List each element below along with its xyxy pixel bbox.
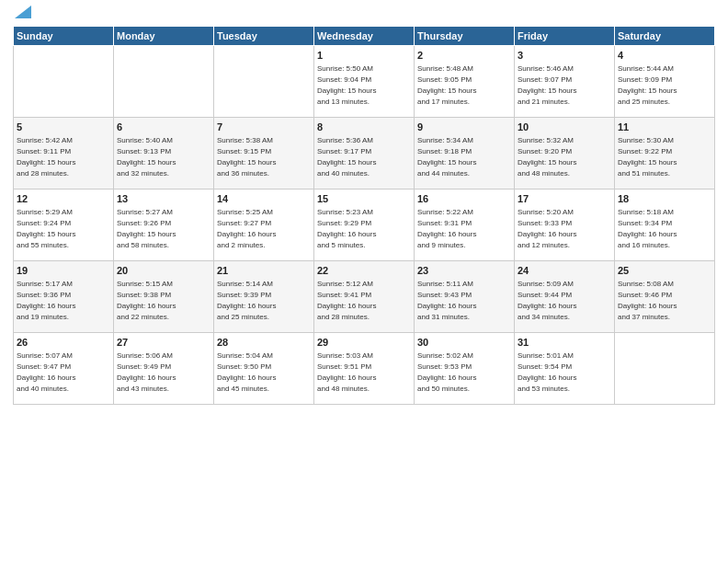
day-number: 21 (217, 264, 311, 278)
week-row-4: 19Sunrise: 5:17 AM Sunset: 9:36 PM Dayli… (14, 261, 715, 333)
day-cell (214, 46, 314, 118)
week-row-1: 1Sunrise: 5:50 AM Sunset: 9:04 PM Daylig… (14, 46, 715, 118)
day-info: Sunrise: 5:18 AM Sunset: 9:34 PM Dayligh… (618, 208, 677, 248)
day-number: 15 (317, 192, 411, 206)
day-number: 27 (117, 336, 210, 350)
day-info: Sunrise: 5:20 AM Sunset: 9:33 PM Dayligh… (518, 208, 576, 248)
day-number: 1 (317, 49, 411, 63)
day-number: 10 (518, 121, 611, 134)
day-cell: 2Sunrise: 5:48 AM Sunset: 9:05 PM Daylig… (415, 46, 515, 118)
day-cell: 27Sunrise: 5:06 AM Sunset: 9:49 PM Dayli… (114, 333, 214, 405)
day-cell (114, 46, 214, 118)
week-row-2: 5Sunrise: 5:42 AM Sunset: 9:11 PM Daylig… (14, 118, 715, 190)
day-info: Sunrise: 5:14 AM Sunset: 9:39 PM Dayligh… (217, 280, 276, 320)
header-day-tuesday: Tuesday (214, 27, 314, 46)
day-info: Sunrise: 5:27 AM Sunset: 9:26 PM Dayligh… (117, 208, 176, 248)
day-cell: 30Sunrise: 5:02 AM Sunset: 9:53 PM Dayli… (415, 333, 515, 405)
day-cell: 10Sunrise: 5:32 AM Sunset: 9:20 PM Dayli… (515, 118, 615, 190)
day-number: 8 (317, 121, 411, 134)
header (13, 9, 715, 22)
day-info: Sunrise: 5:29 AM Sunset: 9:24 PM Dayligh… (17, 208, 75, 248)
calendar-page: SundayMondayTuesdayWednesdayThursdayFrid… (0, 0, 728, 563)
day-cell: 25Sunrise: 5:08 AM Sunset: 9:46 PM Dayli… (615, 261, 715, 333)
week-row-5: 26Sunrise: 5:07 AM Sunset: 9:47 PM Dayli… (14, 333, 715, 405)
day-number: 19 (17, 264, 110, 278)
day-info: Sunrise: 5:01 AM Sunset: 9:54 PM Dayligh… (518, 351, 576, 392)
day-cell: 29Sunrise: 5:03 AM Sunset: 9:51 PM Dayli… (314, 333, 415, 405)
day-info: Sunrise: 5:06 AM Sunset: 9:49 PM Dayligh… (117, 351, 176, 392)
day-number: 5 (17, 121, 110, 134)
day-number: 9 (417, 121, 511, 134)
day-number: 29 (317, 336, 411, 350)
day-info: Sunrise: 5:22 AM Sunset: 9:31 PM Dayligh… (417, 208, 476, 248)
day-cell: 20Sunrise: 5:15 AM Sunset: 9:38 PM Dayli… (114, 261, 214, 333)
day-cell: 7Sunrise: 5:38 AM Sunset: 9:15 PM Daylig… (214, 118, 314, 190)
header-row: SundayMondayTuesdayWednesdayThursdayFrid… (14, 27, 715, 46)
day-number: 18 (618, 192, 711, 206)
week-row-3: 12Sunrise: 5:29 AM Sunset: 9:24 PM Dayli… (14, 190, 715, 261)
day-cell: 5Sunrise: 5:42 AM Sunset: 9:11 PM Daylig… (14, 118, 114, 190)
day-number: 24 (518, 264, 611, 278)
day-cell: 3Sunrise: 5:46 AM Sunset: 9:07 PM Daylig… (515, 46, 615, 118)
day-info: Sunrise: 5:07 AM Sunset: 9:47 PM Dayligh… (17, 351, 75, 392)
day-cell: 23Sunrise: 5:11 AM Sunset: 9:43 PM Dayli… (415, 261, 515, 333)
day-cell: 13Sunrise: 5:27 AM Sunset: 9:26 PM Dayli… (114, 190, 214, 261)
day-cell (615, 333, 715, 405)
day-info: Sunrise: 5:15 AM Sunset: 9:38 PM Dayligh… (117, 280, 176, 320)
day-info: Sunrise: 5:04 AM Sunset: 9:50 PM Dayligh… (217, 351, 276, 392)
day-info: Sunrise: 5:38 AM Sunset: 9:15 PM Dayligh… (217, 136, 276, 177)
header-day-thursday: Thursday (415, 27, 515, 46)
day-number: 25 (618, 264, 711, 278)
day-cell: 15Sunrise: 5:23 AM Sunset: 9:29 PM Dayli… (314, 190, 415, 261)
header-day-wednesday: Wednesday (314, 27, 415, 46)
day-cell: 31Sunrise: 5:01 AM Sunset: 9:54 PM Dayli… (515, 333, 615, 405)
day-info: Sunrise: 5:44 AM Sunset: 9:09 PM Dayligh… (618, 64, 677, 105)
day-number: 16 (417, 192, 511, 206)
day-info: Sunrise: 5:12 AM Sunset: 9:41 PM Dayligh… (317, 280, 376, 320)
day-number: 4 (618, 49, 711, 63)
day-info: Sunrise: 5:46 AM Sunset: 9:07 PM Dayligh… (518, 64, 576, 105)
day-info: Sunrise: 5:17 AM Sunset: 9:36 PM Dayligh… (17, 280, 75, 320)
day-info: Sunrise: 5:48 AM Sunset: 9:05 PM Dayligh… (417, 64, 476, 105)
day-number: 14 (217, 192, 311, 206)
day-info: Sunrise: 5:30 AM Sunset: 9:22 PM Dayligh… (618, 136, 677, 177)
day-cell: 12Sunrise: 5:29 AM Sunset: 9:24 PM Dayli… (14, 190, 114, 261)
header-day-friday: Friday (515, 27, 615, 46)
day-number: 28 (217, 336, 311, 350)
day-cell: 28Sunrise: 5:04 AM Sunset: 9:50 PM Dayli… (214, 333, 314, 405)
day-info: Sunrise: 5:36 AM Sunset: 9:17 PM Dayligh… (317, 136, 376, 177)
day-cell: 14Sunrise: 5:25 AM Sunset: 9:27 PM Dayli… (214, 190, 314, 261)
day-cell (14, 46, 114, 118)
day-cell: 17Sunrise: 5:20 AM Sunset: 9:33 PM Dayli… (515, 190, 615, 261)
day-number: 26 (17, 336, 110, 350)
day-number: 20 (117, 264, 210, 278)
day-info: Sunrise: 5:42 AM Sunset: 9:11 PM Dayligh… (17, 136, 75, 177)
day-info: Sunrise: 5:02 AM Sunset: 9:53 PM Dayligh… (417, 351, 476, 392)
day-info: Sunrise: 5:50 AM Sunset: 9:04 PM Dayligh… (317, 64, 376, 105)
day-cell: 22Sunrise: 5:12 AM Sunset: 9:41 PM Dayli… (314, 261, 415, 333)
day-number: 6 (117, 121, 210, 134)
day-number: 31 (518, 336, 611, 350)
svg-marker-0 (15, 6, 31, 18)
day-cell: 11Sunrise: 5:30 AM Sunset: 9:22 PM Dayli… (615, 118, 715, 190)
day-info: Sunrise: 5:03 AM Sunset: 9:51 PM Dayligh… (317, 351, 376, 392)
day-cell: 18Sunrise: 5:18 AM Sunset: 9:34 PM Dayli… (615, 190, 715, 261)
day-cell: 26Sunrise: 5:07 AM Sunset: 9:47 PM Dayli… (14, 333, 114, 405)
day-number: 17 (518, 192, 611, 206)
day-cell: 21Sunrise: 5:14 AM Sunset: 9:39 PM Dayli… (214, 261, 314, 333)
calendar-table: SundayMondayTuesdayWednesdayThursdayFrid… (13, 26, 715, 405)
day-cell: 19Sunrise: 5:17 AM Sunset: 9:36 PM Dayli… (14, 261, 114, 333)
day-info: Sunrise: 5:11 AM Sunset: 9:43 PM Dayligh… (417, 280, 476, 320)
day-cell: 4Sunrise: 5:44 AM Sunset: 9:09 PM Daylig… (615, 46, 715, 118)
day-info: Sunrise: 5:32 AM Sunset: 9:20 PM Dayligh… (518, 136, 576, 177)
day-number: 23 (417, 264, 511, 278)
day-cell: 8Sunrise: 5:36 AM Sunset: 9:17 PM Daylig… (314, 118, 415, 190)
day-number: 3 (518, 49, 611, 63)
day-info: Sunrise: 5:25 AM Sunset: 9:27 PM Dayligh… (217, 208, 276, 248)
logo (13, 9, 31, 22)
day-number: 30 (417, 336, 511, 350)
day-number: 22 (317, 264, 411, 278)
day-number: 7 (217, 121, 311, 134)
day-number: 11 (618, 121, 711, 134)
day-info: Sunrise: 5:23 AM Sunset: 9:29 PM Dayligh… (317, 208, 376, 248)
